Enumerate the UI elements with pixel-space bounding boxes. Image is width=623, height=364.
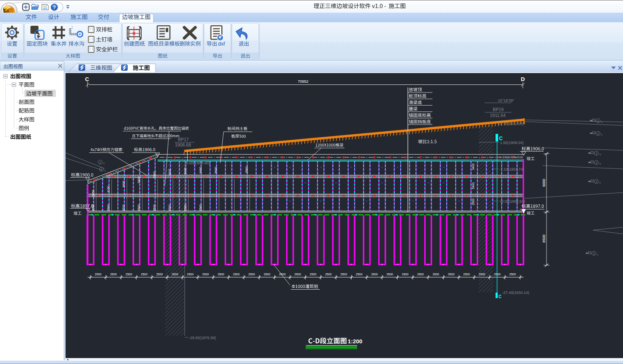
svg-text:2500: 2500 (509, 273, 516, 276)
svg-text:2500: 2500 (417, 273, 424, 276)
svg-text:1906.68: 1906.68 (175, 142, 191, 147)
svg-text:2500: 2500 (153, 204, 156, 211)
svg-text:3: 3 (596, 152, 597, 155)
svg-text:+3.00(1898.54): +3.00(1898.54) (499, 199, 525, 204)
svg-text:2500: 2500 (295, 273, 301, 276)
svg-text:2500: 2500 (141, 273, 148, 276)
svg-text:2500: 2500 (126, 273, 132, 276)
svg-text:2500: 2500 (245, 166, 248, 173)
svg-text:6.00(1904.40): 6.00(1904.40) (186, 161, 210, 165)
svg-text:2500: 2500 (478, 273, 485, 276)
svg-text:1911.54: 1911.54 (490, 113, 506, 118)
svg-text:2: 2 (597, 132, 599, 135)
svg-text:3400: 3400 (199, 167, 202, 174)
svg-text:8.00(1902.44): 8.00(1902.44) (186, 174, 210, 178)
svg-text:2500: 2500 (137, 204, 140, 211)
svg-text:0.00(1905.54): 0.00(1905.54) (499, 155, 523, 159)
svg-text:-7.10(1903.74): -7.10(1903.74) (499, 167, 524, 171)
svg-text:2500: 2500 (156, 273, 163, 276)
svg-text:?: ? (53, 5, 56, 11)
svg-text:3400: 3400 (472, 163, 475, 170)
svg-text:2500: 2500 (249, 273, 255, 276)
svg-text:-27.40(1834.14): -27.40(1834.14) (502, 291, 529, 295)
svg-text:2500: 2500 (202, 273, 209, 276)
svg-text:2500: 2500 (110, 273, 117, 276)
svg-text:2500: 2500 (356, 273, 363, 276)
svg-text:8500: 8500 (542, 234, 546, 242)
svg-text:2500: 2500 (310, 273, 317, 276)
svg-text:1: 1 (597, 120, 599, 122)
svg-text:C: C (498, 294, 501, 299)
svg-text:1.50(1908.04): 1.50(1908.04) (500, 141, 524, 145)
svg-text:2500: 2500 (218, 273, 224, 276)
svg-text:2500: 2500 (168, 204, 171, 211)
svg-text:2500: 2500 (325, 273, 332, 276)
svg-text:5400: 5400 (137, 177, 140, 183)
svg-text:18.70(1911.04): 18.70(1911.04) (498, 122, 523, 126)
svg-text:2: 2 (101, 168, 102, 171)
svg-text:2500: 2500 (386, 273, 393, 276)
svg-text:-29.50(1876.58): -29.50(1876.58) (189, 336, 216, 340)
svg-text:1: 1 (99, 161, 101, 164)
svg-text:2500: 2500 (233, 273, 240, 276)
svg-text:2500: 2500 (340, 273, 347, 276)
svg-text:1:200: 1:200 (348, 338, 363, 345)
svg-text:D: D (521, 76, 525, 82)
svg-text:2500: 2500 (432, 273, 439, 276)
svg-text:2500: 2500 (92, 204, 95, 211)
svg-text:3: 3 (596, 180, 597, 183)
svg-text:5400: 5400 (214, 167, 217, 174)
svg-text:2500: 2500 (463, 273, 470, 276)
svg-text:2500: 2500 (402, 273, 409, 276)
svg-text:10°18′38″: 10°18′38″ (498, 98, 514, 103)
svg-text:2500: 2500 (187, 273, 194, 276)
svg-text:3150: 3150 (107, 186, 110, 193)
svg-text:3400: 3400 (168, 169, 171, 176)
svg-text:2500: 2500 (472, 198, 475, 205)
svg-text:BP19: BP19 (493, 107, 504, 112)
svg-text:2500: 2500 (172, 273, 178, 276)
svg-text:2500: 2500 (122, 204, 125, 211)
svg-text:2500: 2500 (95, 273, 101, 276)
svg-text:2500: 2500 (279, 273, 286, 276)
svg-text:BP17: BP17 (178, 137, 189, 142)
svg-text:2500: 2500 (371, 273, 378, 276)
svg-text:2500: 2500 (448, 273, 455, 276)
svg-text:2500: 2500 (107, 204, 110, 211)
svg-text:70952: 70952 (298, 79, 308, 84)
svg-text:2500: 2500 (199, 204, 202, 211)
svg-text:3: 3 (593, 252, 595, 255)
svg-text:2850: 2850 (92, 190, 95, 197)
svg-text:5400: 5400 (153, 171, 156, 178)
svg-text:3: 3 (596, 161, 597, 164)
svg-text:9000: 9000 (542, 179, 546, 187)
svg-text:3400: 3400 (122, 181, 125, 187)
svg-text:2500: 2500 (264, 273, 271, 276)
svg-text:2500: 2500 (184, 204, 187, 211)
svg-text:dxf: dxf (218, 41, 225, 47)
svg-text:C: C (85, 76, 89, 82)
